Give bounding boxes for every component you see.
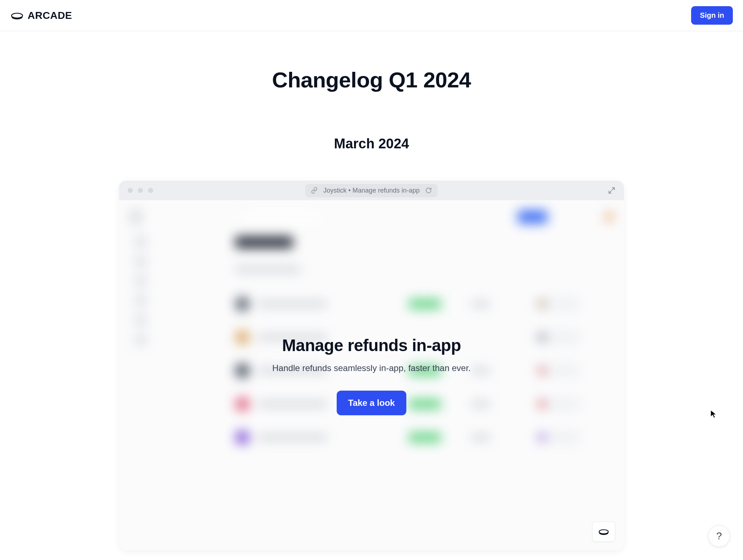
arcade-logo-icon xyxy=(10,9,24,22)
logo[interactable]: ARCADE xyxy=(10,9,72,22)
overlay-subtitle: Handle refunds seamlessly in-app, faster… xyxy=(272,363,471,373)
traffic-light-maximize-icon xyxy=(148,188,153,193)
frame-body: Manage refunds in-app Handle refunds sea… xyxy=(119,200,624,551)
help-icon: ? xyxy=(716,530,722,542)
overlay-title: Manage refunds in-app xyxy=(282,335,461,355)
logo-text: ARCADE xyxy=(28,10,72,21)
main-content: Changelog Q1 2024 March 2024 Joystick • … xyxy=(0,31,743,551)
expand-icon[interactable] xyxy=(608,187,615,194)
page-title: Changelog Q1 2024 xyxy=(272,67,471,92)
arcade-embed: Joystick • Manage refunds in-app xyxy=(119,181,624,551)
month-heading: March 2024 xyxy=(334,136,409,152)
frame-browser-chrome: Joystick • Manage refunds in-app xyxy=(119,181,624,200)
svg-point-1 xyxy=(12,13,22,18)
frame-url-text: Joystick • Manage refunds in-app xyxy=(323,187,419,194)
frame-url-pill[interactable]: Joystick • Manage refunds in-app xyxy=(305,184,438,197)
traffic-light-close-icon xyxy=(128,188,133,193)
take-a-look-button[interactable]: Take a look xyxy=(337,391,407,415)
site-header: ARCADE Sign in xyxy=(0,0,743,31)
sign-in-button[interactable]: Sign in xyxy=(691,6,733,25)
traffic-light-minimize-icon xyxy=(138,188,143,193)
arcade-badge[interactable] xyxy=(592,522,615,542)
traffic-lights xyxy=(128,188,153,193)
link-icon xyxy=(311,187,317,194)
arcade-intro-overlay: Manage refunds in-app Handle refunds sea… xyxy=(119,200,624,551)
refresh-icon[interactable] xyxy=(426,187,432,194)
help-button[interactable]: ? xyxy=(708,525,730,547)
svg-point-3 xyxy=(599,530,608,534)
